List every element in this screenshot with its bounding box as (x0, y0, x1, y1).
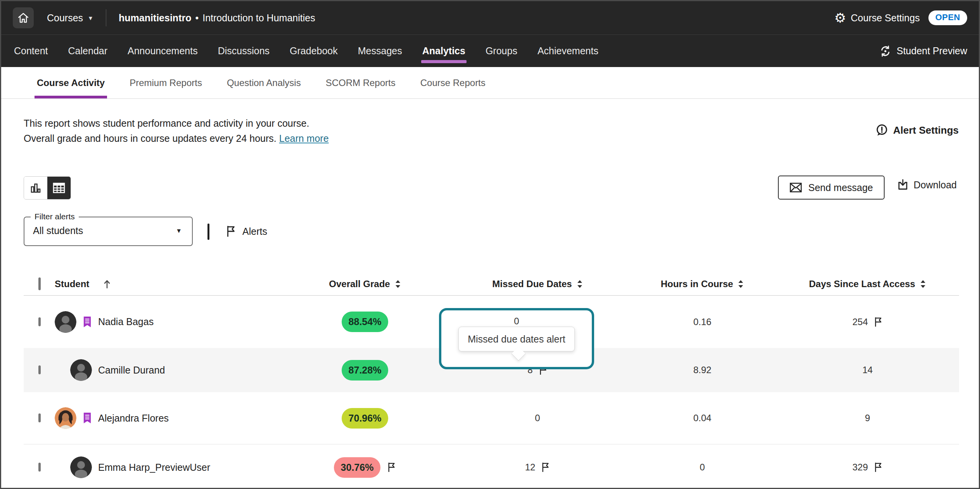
tab-content[interactable]: Content (13, 35, 49, 67)
filter-alerts-select[interactable]: Filter alerts All students ▼ (24, 217, 193, 246)
caret-down-icon: ▼ (88, 15, 93, 21)
row-checkbox[interactable] (38, 365, 41, 374)
topbar: Courses ▼ humanitiesintro • Introduction… (1, 1, 979, 34)
learn-more-link[interactable]: Learn more (279, 133, 329, 144)
table-grid-icon (52, 181, 66, 195)
grade-badge: 87.28% (342, 360, 389, 381)
student-name-link[interactable]: Nadia Bagas (98, 316, 154, 327)
avatar (70, 359, 92, 381)
download-button[interactable]: Download (897, 179, 957, 191)
course-code: humanitiesintro (119, 12, 192, 24)
avatar (70, 456, 92, 478)
tab-course-activity[interactable]: Course Activity (35, 67, 107, 98)
sort-icon (738, 279, 744, 289)
tab-groups[interactable]: Groups (484, 35, 519, 67)
table-header-row: Student Overall Grade Missed Due Dates (24, 272, 959, 296)
tab-gradebook[interactable]: Gradebook (289, 35, 339, 67)
tab-achievements[interactable]: Achievements (536, 35, 600, 67)
tab-discussions[interactable]: Discussions (217, 35, 271, 67)
student-preview-label: Student Preview (897, 45, 967, 57)
chart-view-button[interactable] (24, 177, 47, 199)
column-header-overall-grade[interactable]: Overall Grade (283, 279, 446, 289)
filter-alerts-label: Filter alerts (31, 212, 79, 221)
report-description-line2: Overall grade and hours in course update… (24, 133, 277, 144)
alert-flag-icon (874, 462, 883, 473)
grade-badge: 70.96% (342, 408, 389, 429)
course-title: Introduction to Humanities (202, 12, 315, 24)
tab-calendar[interactable]: Calendar (67, 35, 109, 67)
report-description: This report shows student performance an… (24, 116, 329, 146)
send-message-label: Send message (808, 182, 873, 193)
breadcrumb-separator: • (195, 12, 199, 24)
filter-alerts-value: All students (33, 225, 83, 236)
avatar-photo (55, 407, 76, 429)
table-row: Emma Harp_PreviewUser 30.76% 12 0 329 (24, 444, 959, 489)
home-icon (17, 12, 29, 24)
alert-settings-label: Alert Settings (893, 124, 959, 136)
row-checkbox[interactable] (38, 463, 41, 472)
days-since-last-access-cell: 329 (776, 462, 959, 473)
download-icon (897, 179, 909, 191)
column-header-days-since-last-access[interactable]: Days Since Last Access (776, 279, 959, 289)
student-preview-icon (879, 45, 892, 57)
alert-flag-icon (874, 317, 883, 327)
gear-icon: ⚙ (834, 11, 846, 24)
row-checkbox[interactable] (38, 317, 41, 326)
student-name-link[interactable]: Alejandra Flores (98, 413, 169, 424)
alert-flag-icon (541, 462, 550, 473)
student-name-link[interactable]: Emma Harp_PreviewUser (98, 462, 210, 473)
tab-analytics[interactable]: Analytics (421, 35, 467, 67)
student-name-link[interactable]: Camille Durand (98, 365, 165, 376)
hours-in-course-cell: 0.04 (629, 413, 776, 424)
topbar-divider (106, 9, 106, 26)
missed-due-dates-highlight: 0 Missed due dates alert (439, 308, 594, 369)
alert-settings-button[interactable]: Alert Settings (875, 124, 959, 137)
tab-premium-reports[interactable]: Premium Reports (127, 67, 204, 98)
course-settings-button[interactable]: ⚙ Course Settings (834, 11, 920, 24)
alert-bubble-icon (875, 124, 888, 137)
hours-in-course-cell: 0.16 (629, 317, 776, 327)
courses-menu-button[interactable]: Courses ▼ (47, 12, 93, 24)
student-preview-button[interactable]: Student Preview (879, 35, 967, 67)
student-activity-table: Student Overall Grade Missed Due Dates (24, 272, 959, 489)
course-open-status-badge[interactable]: OPEN (928, 10, 967, 25)
courses-menu-label: Courses (47, 12, 83, 24)
tab-messages[interactable]: Messages (357, 35, 403, 67)
grade-badge: 88.54% (342, 312, 389, 332)
course-settings-label: Course Settings (851, 12, 920, 24)
hours-in-course-cell: 8.92 (629, 365, 776, 375)
select-all-checkbox[interactable] (38, 277, 41, 290)
send-message-button[interactable]: Send message (778, 176, 885, 200)
sort-icon (920, 279, 926, 289)
days-since-last-access-cell: 9 (776, 413, 959, 424)
column-header-hours-in-course[interactable]: Hours in Course (629, 279, 776, 289)
alerts-filter-button[interactable]: Alerts (226, 225, 267, 238)
analytics-course-activity-page: Courses ▼ humanitiesintro • Introduction… (0, 0, 980, 489)
missed-due-dates-cell: 0 (446, 413, 629, 424)
tab-course-reports[interactable]: Course Reports (418, 67, 488, 98)
report-description-line1: This report shows student performance an… (24, 116, 329, 131)
tab-announcements[interactable]: Announcements (126, 35, 199, 67)
alerts-filter-label: Alerts (242, 226, 267, 237)
download-label: Download (914, 179, 957, 191)
breadcrumb: humanitiesintro • Introduction to Humani… (119, 12, 315, 24)
tab-scorm-reports[interactable]: SCORM Reports (323, 67, 398, 98)
note-ribbon-icon (83, 316, 92, 328)
course-navbar: Content Calendar Announcements Discussio… (1, 34, 979, 67)
highlighted-cell-value: 0 (441, 316, 592, 327)
table-row: Alejandra Flores 70.96% 0 0.04 9 (24, 392, 959, 444)
row-checkbox[interactable] (38, 413, 41, 422)
hours-in-course-cell: 0 (629, 462, 776, 473)
column-header-student[interactable]: Student (55, 279, 283, 289)
home-button[interactable] (13, 7, 34, 28)
dropdown-caret-icon: ▼ (176, 227, 182, 234)
envelope-icon (790, 183, 802, 193)
column-header-missed-due-dates[interactable]: Missed Due Dates (446, 279, 629, 289)
days-since-last-access-cell: 14 (776, 365, 959, 375)
note-ribbon-icon (83, 412, 92, 424)
analytics-subnav: Course Activity Premium Reports Question… (1, 67, 979, 99)
sort-ascending-icon (103, 279, 111, 289)
sort-icon (577, 279, 583, 289)
tab-question-analysis[interactable]: Question Analysis (225, 67, 303, 98)
table-view-button[interactable] (47, 177, 71, 199)
